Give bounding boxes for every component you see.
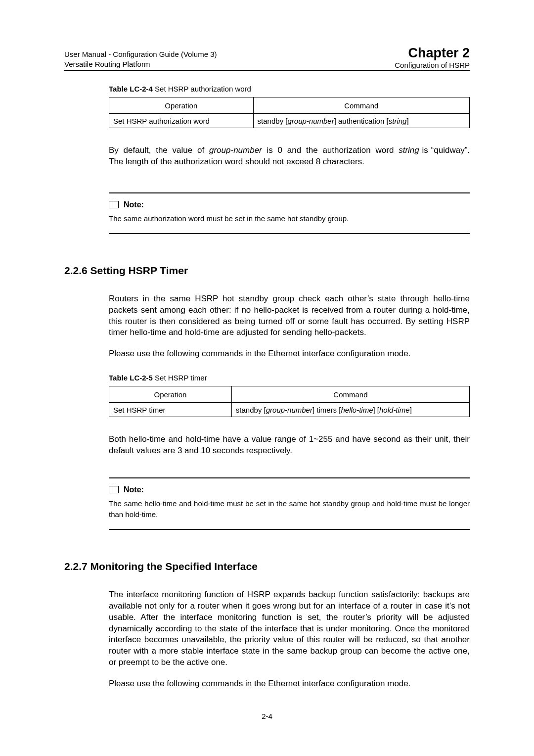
note-text: The same hello-time and hold-time must b… (109, 498, 470, 520)
note-title-text: Note: (124, 200, 144, 209)
cmd-text: standby [ (236, 406, 266, 414)
table2-op: Set HSRP timer (109, 403, 232, 417)
text-italic: string (399, 145, 419, 155)
cmd-text: standby [ (258, 117, 288, 125)
table1-cmd: standby [group-number] authentication [s… (253, 114, 469, 128)
note-title-text: Note: (124, 485, 144, 494)
book-icon (109, 486, 119, 493)
table-header-row: Operation Command (109, 97, 470, 114)
cmd-arg: group-number (266, 406, 312, 414)
table-row: Set HSRP timer standby [group-number] ti… (109, 403, 470, 417)
table1-op: Set HSRP authorization word (109, 114, 254, 128)
text-run: By default, the value of (109, 145, 209, 155)
header-chapter: Chapter 2 (395, 46, 470, 61)
table1-col1: Operation (109, 97, 254, 114)
header-left: User Manual - Configuration Guide (Volum… (64, 49, 217, 70)
table-hsrp-timer: Operation Command Set HSRP timer standby… (109, 386, 470, 417)
cmd-text: ] (410, 406, 412, 414)
note-text: The same authorization word must be set … (109, 213, 470, 224)
cmd-arg: string (389, 117, 407, 125)
table-caption-1-rest: Set HSRP authorization word (153, 85, 251, 93)
note-title: Note: (109, 200, 470, 209)
cmd-text: ] (406, 117, 408, 125)
header-doc-title: User Manual - Configuration Guide (Volum… (64, 49, 217, 59)
cmd-text: ] [ (373, 406, 380, 414)
table2-cmd: standby [group-number] timers [hello-tim… (231, 403, 469, 417)
cmd-text: ] authentication [ (334, 117, 389, 125)
cmd-arg: hold-time (379, 406, 410, 414)
header-right: Chapter 2 Configuration of HSRP (395, 46, 470, 69)
cmd-text: ] timers [ (312, 406, 341, 414)
table2-col2: Command (231, 386, 469, 403)
note-block-2: Note: The same hello-time and hold-time … (109, 477, 470, 530)
paragraph: Please use the following commands in the… (109, 348, 470, 360)
table-row: Set HSRP authorization word standby [gro… (109, 114, 470, 128)
paragraph: Please use the following commands in the… (109, 678, 470, 690)
table-auth-word: Operation Command Set HSRP authorization… (109, 97, 470, 128)
page-number: 2-4 (0, 712, 534, 720)
table-header-row: Operation Command (109, 386, 470, 403)
header-platform: Versatile Routing Platform (64, 59, 217, 69)
cmd-arg: hello-time (341, 406, 373, 414)
note-title: Note: (109, 485, 470, 494)
table-caption-2: Table LC-2-5 Set HSRP timer (109, 374, 470, 382)
section-heading-226: 2.2.6 Setting HSRP Timer (64, 265, 470, 277)
text-italic: group-number (209, 145, 262, 155)
table-caption-2-prefix: Table LC-2-5 (109, 374, 153, 382)
table-caption-1: Table LC-2-4 Set HSRP authorization word (109, 85, 470, 93)
section-heading-227: 2.2.7 Monitoring the Specified Interface (64, 561, 470, 572)
paragraph: By default, the value of group-number is… (109, 145, 470, 168)
table-caption-2-rest: Set HSRP timer (153, 374, 207, 382)
header-subtitle: Configuration of HSRP (395, 61, 470, 69)
table-caption-1-prefix: Table LC-2-4 (109, 85, 153, 93)
page-header: User Manual - Configuration Guide (Volum… (64, 46, 470, 71)
text-run: is 0 and the authorization word (262, 145, 399, 155)
book-icon (109, 201, 119, 208)
note-block-1: Note: The same authorization word must b… (109, 192, 470, 234)
paragraph: Routers in the same HSRP hot standby gro… (109, 293, 470, 339)
paragraph: The interface monitoring function of HSR… (109, 589, 470, 669)
table2-col1: Operation (109, 386, 232, 403)
cmd-arg: group-number (287, 117, 334, 125)
paragraph: Both hello-time and hold-time have a val… (109, 434, 470, 457)
table1-col2: Command (253, 97, 469, 114)
